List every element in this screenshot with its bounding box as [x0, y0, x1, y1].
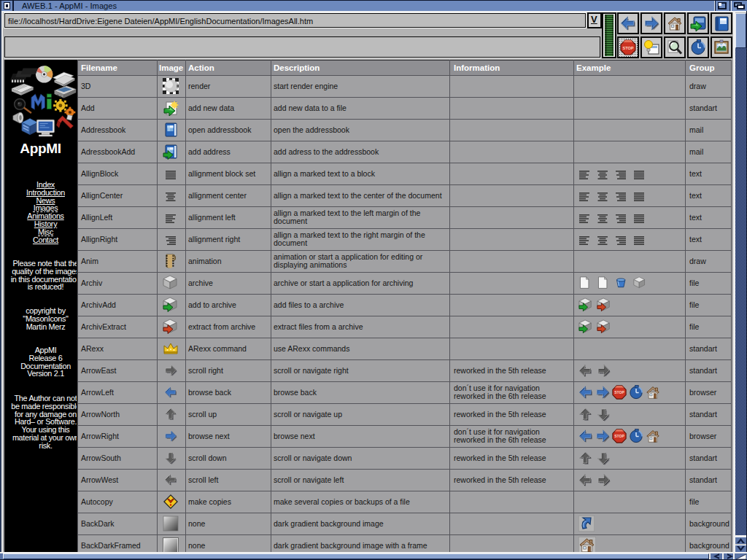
svg-text:STOP: STOP — [622, 46, 633, 50]
svg-text:STOP: STOP — [614, 390, 624, 394]
svg-text:STOP: STOP — [614, 434, 624, 438]
